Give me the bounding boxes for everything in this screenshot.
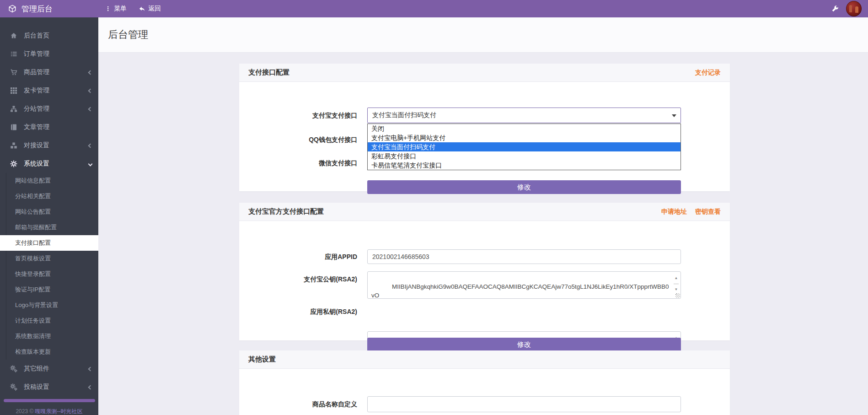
appid-input[interactable] <box>367 249 681 264</box>
sidebar-scroll-indicator[interactable] <box>4 399 95 402</box>
dropdown-option-kayixin[interactable]: 卡易信笔笔清支付宝接口 <box>368 161 680 170</box>
sidebar-footer: 2023 © 嘎嘎亲测--时光社区 <box>0 408 98 415</box>
sidebar-subitem-email-notify[interactable]: 邮箱与提醒配置 <box>0 220 98 235</box>
dropdown-option-rainbow-epay[interactable]: 彩虹易支付接口 <box>368 151 680 161</box>
wrench-icon[interactable] <box>831 5 839 12</box>
sidebar-nav: 后台首页 订单管理 商品管理 发卡管理 分站管理 <box>0 17 98 415</box>
select-caret-icon <box>672 114 676 117</box>
home-icon <box>10 32 17 39</box>
panel-title: 其他设置 <box>248 355 276 364</box>
alipay-interface-label: 支付宝支付接口 <box>239 108 357 123</box>
back-arrow-icon <box>139 5 145 12</box>
textarea-resize-handle[interactable] <box>675 293 680 298</box>
dropdown-option-pc-wap[interactable]: 支付宝电脑+手机网站支付 <box>368 133 680 142</box>
wechat-interface-label: 微信支付接口 <box>239 155 357 171</box>
logo-cube-icon <box>8 5 16 13</box>
sidebar-item-dashboard[interactable]: 后台首页 <box>0 27 98 45</box>
page-title: 后台管理 <box>108 28 148 42</box>
sidebar-subitem-captcha-ip[interactable]: 验证与IP配置 <box>0 282 98 297</box>
admin-app: 管理后台 菜单 返回 <box>0 0 868 415</box>
book-icon <box>10 124 17 131</box>
sidebar-subitem-data-cleanup[interactable]: 系统数据清理 <box>0 329 98 344</box>
panel-body: 应用APPID 支付宝公钥(RSA2) MIIBIjANBgkqhkiG9w0B… <box>239 221 730 276</box>
panel-title: 支付接口配置 <box>248 68 289 77</box>
cubes-icon <box>10 142 17 149</box>
alipay-public-key-textarea[interactable]: MIIBIjANBgkqhkiG9w0BAQEFAAOCAQ8AMIIBCgKC… <box>367 271 681 299</box>
sitemap-icon <box>10 105 17 113</box>
chevron-left-icon <box>88 143 93 148</box>
product-name-custom-label: 商品名称自定义 <box>239 396 357 412</box>
back-button[interactable]: 返回 <box>139 5 161 13</box>
sidebar-item-submission-settings[interactable]: 投稿设置 <box>0 378 98 396</box>
sidebar-subitem-payment-config[interactable]: 支付接口配置 <box>0 235 98 251</box>
topbar: 管理后台 菜单 返回 <box>0 0 868 17</box>
chevron-left-icon <box>88 385 93 389</box>
sidebar-subitem-announcement[interactable]: 网站公告配置 <box>0 204 98 220</box>
sidebar-subitem-version-check[interactable]: 检查版本更新 <box>0 344 98 360</box>
product-name-custom-input[interactable] <box>367 396 681 412</box>
content-area: 支付接口配置 支付记录 支付宝支付接口 支付宝当面付扫码支付 QQ钱包支付接口 … <box>98 53 868 415</box>
select-value: 支付宝当面付扫码支付 <box>372 111 436 119</box>
chevron-left-icon <box>88 88 93 93</box>
panel-header: 支付宝官方支付接口配置 申请地址 密钥查看 <box>239 203 730 221</box>
appid-label: 应用APPID <box>239 249 357 264</box>
submit-button[interactable]: 修改 <box>367 180 681 194</box>
list-icon <box>10 50 17 58</box>
panel-header: 支付接口配置 支付记录 <box>239 64 730 82</box>
sidebar-subitem-quick-login[interactable]: 快捷登录配置 <box>0 266 98 282</box>
alipay-public-key-label: 支付宝公钥(RSA2) <box>239 271 357 287</box>
footer-link[interactable]: 嘎嘎亲测--时光社区 <box>35 408 83 415</box>
alipay-interface-select[interactable]: 支付宝当面付扫码支付 <box>367 108 681 123</box>
brand-title: 管理后台 <box>21 4 53 14</box>
chevron-left-icon <box>88 366 93 371</box>
cogs-icon <box>10 383 17 391</box>
sidebar-item-system-settings[interactable]: 系统设置 <box>0 155 98 173</box>
menu-dots-icon <box>105 5 111 12</box>
app-private-key-label: 应用私钥(RSA2) <box>239 304 357 319</box>
menu-button[interactable]: 菜单 <box>105 5 127 13</box>
sidebar-item-articles[interactable]: 文章管理 <box>0 118 98 136</box>
sidebar-subitem-homepage-template[interactable]: 首页模板设置 <box>0 251 98 266</box>
dropdown-option-f2f-qrcode[interactable]: 支付宝当面付扫码支付 <box>368 142 680 151</box>
footer-year: 2023 © <box>16 408 35 415</box>
qq-wallet-interface-label: QQ钱包支付接口 <box>239 132 357 147</box>
topbar-actions: 菜单 返回 <box>98 5 161 13</box>
panel-title: 支付宝官方支付接口配置 <box>248 207 324 216</box>
sidebar-item-orders[interactable]: 订单管理 <box>0 45 98 63</box>
brand[interactable]: 管理后台 <box>0 0 98 17</box>
payment-records-link[interactable]: 支付记录 <box>695 69 721 77</box>
chevron-down-icon <box>88 162 93 166</box>
sidebar-item-other-components[interactable]: 其它组件 <box>0 360 98 378</box>
topbar-right <box>831 1 868 16</box>
sidebar-item-cards[interactable]: 发卡管理 <box>0 81 98 100</box>
sidebar-subitem-substation-config[interactable]: 分站相关配置 <box>0 189 98 204</box>
panel-other-settings: 其他设置 商品名称自定义 此选项可以替换官方支付接口的商品名称（不支持易支付），… <box>239 350 730 415</box>
sidebar-subitem-site-info[interactable]: 网站信息配置 <box>0 173 98 189</box>
panel-payment-interface: 支付接口配置 支付记录 支付宝支付接口 支付宝当面付扫码支付 QQ钱包支付接口 … <box>239 64 730 191</box>
sidebar-item-substations[interactable]: 分站管理 <box>0 100 98 118</box>
select-dropdown-list: 关闭 支付宝电脑+手机网站支付 支付宝当面付扫码支付 彩虹易支付接口 卡易信笔笔… <box>367 124 681 170</box>
panel-header: 其他设置 <box>239 350 730 369</box>
chevron-left-icon <box>88 70 93 75</box>
submit-button[interactable]: 修改 <box>367 338 681 351</box>
page-header: 后台管理 <box>98 17 868 53</box>
gear-icon <box>10 160 17 167</box>
panel-body: 支付宝支付接口 支付宝当面付扫码支付 QQ钱包支付接口 微信支付接口 关闭 支付… <box>239 82 730 97</box>
sidebar-subitem-cron-tasks[interactable]: 计划任务设置 <box>0 313 98 329</box>
sidebar-item-products[interactable]: 商品管理 <box>0 63 98 81</box>
system-settings-submenu: 网站信息配置 分站相关配置 网站公告配置 邮箱与提醒配置 支付接口配置 首页模板… <box>0 173 98 360</box>
cart-icon <box>10 69 17 76</box>
user-avatar[interactable] <box>846 1 862 16</box>
dropdown-option-close[interactable]: 关闭 <box>368 124 680 133</box>
sidebar-subitem-logo-background[interactable]: Logo与背景设置 <box>0 297 98 313</box>
key-view-link[interactable]: 密钥查看 <box>695 208 721 216</box>
panel-alipay-official: 支付宝官方支付接口配置 申请地址 密钥查看 应用APPID 支付宝公钥(RSA2… <box>239 203 730 340</box>
main-area: 后台管理 支付接口配置 支付记录 支付宝支付接口 支付宝当面付扫码支付 QQ钱包… <box>98 17 868 415</box>
sidebar-item-integration[interactable]: 对接设置 <box>0 136 98 155</box>
cogs-icon <box>10 365 17 372</box>
sidebar: 后台首页 订单管理 商品管理 发卡管理 分站管理 <box>0 17 98 415</box>
grid-icon <box>10 87 17 94</box>
chevron-left-icon <box>88 107 93 111</box>
apply-address-link[interactable]: 申请地址 <box>661 208 687 216</box>
